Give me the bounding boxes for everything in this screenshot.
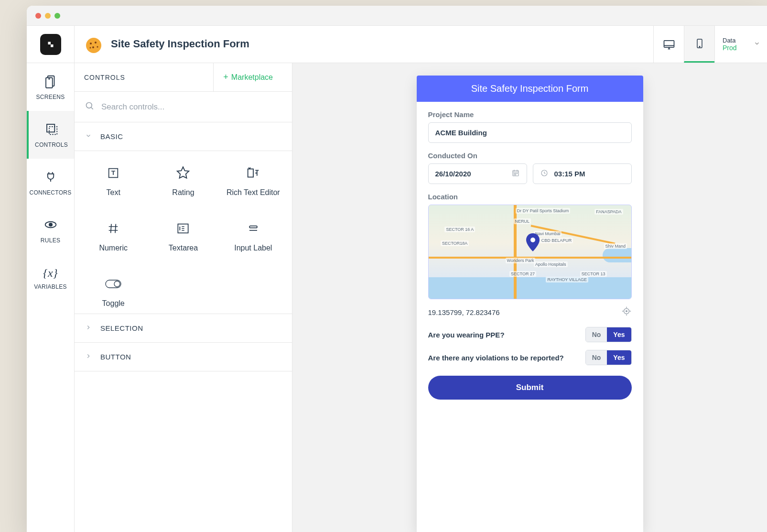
- app-logo[interactable]: [27, 26, 74, 63]
- environment-picker[interactable]: Data Prod: [714, 26, 767, 63]
- left-nav: SCREENS CONTROLS CONNECTORS RULES: [27, 26, 75, 532]
- control-rating[interactable]: Rating: [148, 164, 218, 197]
- header-bar: Site Safety Inspection Form Data Prod: [75, 26, 767, 63]
- controls-icon: [44, 122, 59, 138]
- section-basic-head[interactable]: BASIC: [75, 122, 292, 151]
- ppe-yes-button[interactable]: Yes: [607, 327, 631, 342]
- device-mobile-button[interactable]: [684, 26, 714, 63]
- time-value: 03:15 PM: [554, 170, 585, 178]
- control-text[interactable]: Text: [78, 164, 148, 197]
- page-title: Site Safety Inspection Form: [111, 38, 249, 50]
- date-input[interactable]: 26/10/2020: [428, 163, 527, 184]
- rules-icon: [43, 217, 58, 233]
- chevron-down-icon: [85, 132, 92, 141]
- search-icon: [85, 101, 95, 113]
- map-label: SECTOR18A: [441, 240, 469, 246]
- map-label: NERUL: [514, 218, 531, 224]
- control-toggle[interactable]: Toggle: [78, 275, 148, 308]
- map-label: Dr DY Patil Sports Stadium: [516, 208, 570, 214]
- svg-point-33: [626, 311, 627, 312]
- marketplace-label: Marketplace: [231, 73, 273, 82]
- project-name-input[interactable]: ACME Building: [428, 122, 632, 143]
- svg-rect-19: [248, 169, 253, 177]
- map[interactable]: NERUL CBD BELAPUR SECTOR 16 A SECTOR18A …: [428, 205, 632, 299]
- window-maximize-icon[interactable]: [54, 13, 60, 19]
- nav-rules[interactable]: RULES: [27, 206, 74, 254]
- ppe-toggle: No Yes: [585, 327, 632, 342]
- control-label: Input Label: [234, 244, 272, 252]
- chevron-down-icon: [754, 40, 760, 49]
- control-label: Text: [106, 188, 120, 197]
- svg-point-13: [90, 47, 91, 48]
- time-input[interactable]: 03:15 PM: [533, 163, 632, 184]
- textarea-icon: [175, 220, 191, 237]
- browser-frame: SCREENS CONTROLS CONNECTORS RULES: [27, 6, 767, 532]
- svg-rect-5: [49, 127, 57, 134]
- section-basic-body: Text Rating Rich Text Editor Numeri: [75, 151, 292, 314]
- question-ppe: Are you wearing PPE?: [428, 331, 505, 339]
- violations-yes-button[interactable]: Yes: [607, 350, 631, 365]
- violations-toggle: No Yes: [585, 350, 632, 365]
- control-label: Textarea: [169, 244, 198, 252]
- text-icon: [106, 164, 121, 182]
- question-violations: Are there any violations to be reported?: [428, 354, 564, 362]
- locate-icon[interactable]: [621, 306, 632, 318]
- section-title: SELECTION: [100, 324, 143, 332]
- search-input[interactable]: [101, 102, 281, 112]
- search-row: [75, 92, 292, 122]
- screens-icon: [43, 74, 58, 90]
- plus-icon: +: [223, 72, 228, 82]
- nav-label: CONNECTORS: [29, 189, 71, 196]
- violations-no-button[interactable]: No: [586, 350, 607, 365]
- svg-point-17: [86, 102, 92, 108]
- map-label: Wonders Park: [506, 258, 536, 263]
- map-label: SECTOR 16 A: [444, 227, 475, 232]
- chevron-right-icon: [85, 324, 92, 332]
- toggle-icon: [105, 275, 122, 293]
- section-selection-head[interactable]: SELECTION: [75, 314, 292, 343]
- window-titlebar: [27, 6, 767, 26]
- control-label: Rating: [172, 188, 194, 197]
- nav-connectors[interactable]: CONNECTORS: [27, 159, 74, 206]
- nav-variables[interactable]: {x} VARIABLES: [27, 254, 74, 302]
- star-icon: [175, 164, 191, 182]
- device-desktop-button[interactable]: [653, 26, 684, 63]
- submit-button[interactable]: Submit: [428, 376, 632, 400]
- chevron-right-icon: [85, 353, 92, 361]
- svg-point-25: [514, 173, 514, 174]
- svg-point-12: [97, 46, 98, 47]
- control-richtext[interactable]: Rich Text Editor: [218, 164, 288, 197]
- app-root: SCREENS CONTROLS CONNECTORS RULES: [27, 26, 767, 532]
- form-icon: [84, 35, 103, 54]
- control-label: Toggle: [102, 299, 125, 308]
- date-value: 26/10/2020: [435, 170, 471, 178]
- map-pin-icon: [526, 233, 540, 254]
- svg-point-29: [515, 174, 516, 175]
- nav-controls[interactable]: CONTROLS: [27, 111, 74, 159]
- control-label: Numeric: [99, 244, 128, 252]
- control-numeric[interactable]: Numeric: [78, 220, 148, 252]
- hash-icon: [106, 220, 121, 237]
- map-label: SECTOR 27: [509, 271, 536, 277]
- svg-point-10: [95, 42, 97, 43]
- section-title: BASIC: [100, 132, 123, 141]
- project-name-label: Project Name: [428, 110, 632, 119]
- richtext-icon: [245, 164, 261, 182]
- marketplace-link[interactable]: + Marketplace: [213, 63, 282, 91]
- map-label: SECTOR 13: [580, 271, 607, 277]
- map-label: Apollo Hospitals: [534, 261, 568, 267]
- control-textarea[interactable]: Textarea: [148, 220, 218, 252]
- form-header: Site Safety Inspection Form: [417, 76, 643, 102]
- window-close-icon[interactable]: [35, 13, 41, 19]
- svg-point-9: [90, 43, 92, 44]
- nav-screens[interactable]: SCREENS: [27, 63, 74, 111]
- control-inputlabel[interactable]: Input Label: [218, 220, 288, 252]
- svg-point-26: [515, 173, 516, 174]
- svg-point-16: [699, 46, 700, 47]
- ppe-no-button[interactable]: No: [586, 327, 607, 342]
- connectors-icon: [43, 170, 58, 185]
- section-button-head[interactable]: BUTTON: [75, 343, 292, 371]
- window-minimize-icon[interactable]: [45, 13, 51, 19]
- clock-icon: [540, 169, 549, 179]
- controls-panel: CONTROLS + Marketplace: [75, 63, 292, 532]
